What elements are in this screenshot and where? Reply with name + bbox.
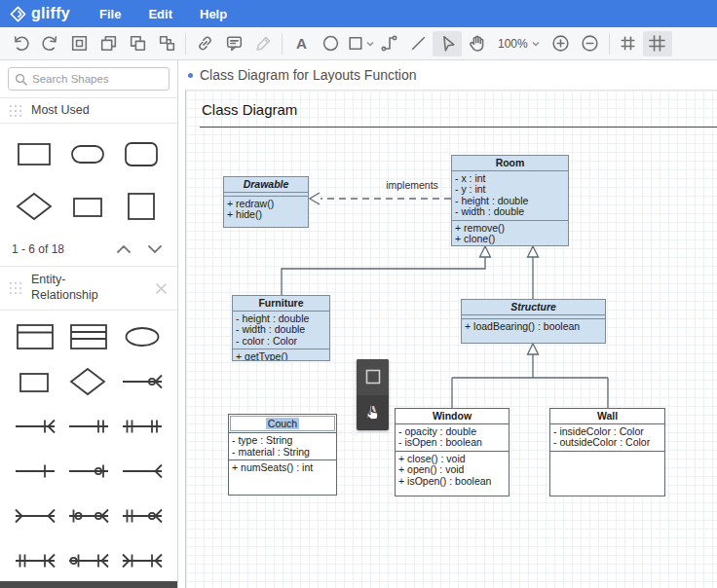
text-mode-button[interactable]: A — [357, 395, 389, 431]
class-box-drawable[interactable]: Drawable+ redraw()+ hide() — [223, 176, 309, 228]
most-used-shapes-grid — [0, 124, 177, 233]
copy-button[interactable] — [94, 31, 123, 56]
gliffy-logo-text: gliffy — [31, 5, 70, 22]
group-icon — [157, 33, 177, 54]
gliffy-logo[interactable]: gliffy — [10, 5, 70, 22]
er-shape-rel-crow[interactable] — [121, 456, 164, 487]
drawing-area[interactable]: Class Diagram implements Drawable+ redra… — [185, 90, 717, 588]
search-shapes-box[interactable] — [8, 67, 170, 91]
redo-button[interactable] — [35, 31, 64, 56]
er-shape-rel-tick2-tickcrow[interactable] — [14, 545, 57, 576]
ellipse-tool-button[interactable] — [316, 31, 345, 56]
menu-help[interactable]: Help — [200, 7, 227, 21]
er-shape-rel-circle-crow[interactable] — [121, 366, 164, 397]
er-shape-rel-tick[interactable] — [14, 456, 57, 487]
rect-tool-button[interactable] — [345, 31, 374, 56]
er-shape-rel-crow-crow[interactable] — [14, 500, 57, 532]
page-down-button[interactable] — [144, 240, 166, 258]
class-title: Drawable — [224, 177, 308, 193]
class-box-room[interactable]: Room- x : int- y : int- height : double-… — [451, 155, 569, 246]
chevron-up-icon — [115, 242, 132, 256]
class-attribute: - color : Color — [233, 336, 329, 348]
er-shape-rel-circletick-tickcrow[interactable] — [67, 545, 110, 576]
class-title: Wall — [550, 409, 664, 424]
class-methods-section: + numSeats() : int — [229, 460, 336, 495]
furniture-room-connector[interactable] — [282, 257, 485, 295]
diamond-icon — [67, 366, 110, 397]
search-shapes-input[interactable] — [32, 73, 163, 85]
rel-tick-icon — [14, 456, 57, 487]
format-painter-button[interactable] — [248, 31, 278, 56]
er-shape-rel-crowtick-tickcrow[interactable] — [121, 545, 164, 576]
entity-icon — [14, 321, 57, 352]
class-box-wall[interactable]: Wall- insideColor : Color- outsideColor … — [549, 408, 665, 496]
title-edit-box[interactable]: Couch — [230, 416, 335, 431]
stadium-icon — [67, 138, 110, 169]
shape-mode-button[interactable] — [357, 359, 389, 395]
zoom-in-button[interactable] — [547, 31, 576, 56]
paste-button[interactable] — [64, 31, 94, 56]
zoom-level-select[interactable]: 100% — [491, 31, 547, 56]
duplicate-button[interactable] — [123, 31, 152, 56]
undo-button[interactable] — [6, 31, 35, 56]
drag-handle-icon — [10, 105, 21, 117]
most-used-shape-stadium[interactable] — [67, 138, 110, 169]
rel-crow-crow-icon — [14, 500, 57, 532]
comment-icon — [224, 33, 245, 54]
canvas-area: Class Diagram for Layouts Function Class… — [178, 60, 717, 588]
toolbar-separator — [609, 33, 610, 55]
link-button[interactable] — [190, 31, 219, 56]
line-tool-button[interactable] — [403, 31, 433, 56]
pan-tool-button[interactable] — [462, 31, 491, 56]
most-used-shape-rounded-rectangle[interactable] — [121, 138, 164, 169]
class-box-window[interactable]: Window- opacity : double- isOpen : boole… — [395, 408, 509, 496]
er-shape-rel-tick2-circlecrow[interactable] — [121, 500, 164, 532]
class-attributes-section: - type : String- material : String — [229, 433, 336, 460]
diamond-icon — [14, 191, 57, 222]
page-up-button[interactable] — [113, 240, 134, 258]
most-used-shape-rectangle-sm[interactable] — [67, 191, 110, 222]
class-title: Window — [396, 409, 509, 424]
grid-snap-button[interactable] — [614, 31, 643, 56]
menu-edit[interactable]: Edit — [148, 7, 172, 21]
er-shape-entity[interactable] — [14, 321, 57, 352]
document-title[interactable]: Class Diagram for Layouts Function — [200, 67, 417, 83]
structure-subclass-tree-connector[interactable] — [452, 354, 608, 408]
er-shape-rel-tick2-tick2[interactable] — [121, 411, 164, 442]
square-icon — [121, 191, 164, 222]
section-entity-relationship[interactable]: Entity-Relationship — [0, 266, 177, 311]
er-shape-rel-tick-crow[interactable] — [14, 411, 57, 442]
er-shape-rel-circle-tick[interactable] — [67, 456, 110, 487]
pan-tool-icon — [467, 33, 487, 54]
grid-toggle-button[interactable] — [643, 31, 672, 56]
er-shape-diamond[interactable] — [67, 366, 110, 397]
class-box-furniture[interactable]: Furniture- height : double- width : doub… — [232, 295, 330, 361]
er-shape-ellipse[interactable] — [121, 321, 164, 352]
pointer-tool-button[interactable] — [433, 31, 462, 56]
undo-icon — [11, 33, 31, 54]
section-most-used-title: Most Used — [31, 103, 90, 119]
class-box-couch[interactable]: Couch- type : String- material : String+… — [228, 414, 337, 496]
group-button[interactable] — [152, 31, 181, 56]
implements-label[interactable]: implements — [386, 179, 438, 191]
most-used-shape-square[interactable] — [121, 191, 164, 222]
most-used-shape-diamond[interactable] — [14, 191, 57, 222]
class-box-structure[interactable]: Structure+ loadBearing() : boolean — [461, 299, 606, 344]
entity-relationship-shapes-grid — [0, 311, 177, 587]
most-used-shape-rectangle[interactable] — [14, 138, 57, 169]
comment-button[interactable] — [219, 31, 248, 56]
er-shape-entity-attributes[interactable] — [67, 321, 110, 352]
connector-tool-button[interactable] — [374, 31, 403, 56]
er-shape-rectangle-sm[interactable] — [14, 366, 57, 397]
section-most-used[interactable]: Most Used — [0, 97, 177, 124]
menu-file[interactable]: File — [99, 7, 121, 21]
zoom-out-button[interactable] — [576, 31, 605, 56]
close-section-button[interactable] — [155, 282, 168, 295]
er-shape-rel-tickcircle-circlecrow[interactable] — [67, 500, 110, 532]
format-painter-icon — [253, 33, 274, 54]
er-shape-rel-tick-tick[interactable] — [67, 411, 110, 442]
zoom-out-icon — [580, 33, 600, 54]
sidebar-scrollbar[interactable] — [0, 581, 177, 588]
class-attributes-section: - x : int- y : int- height : double- wid… — [452, 171, 568, 221]
text-tool-button[interactable]: A — [286, 31, 316, 56]
